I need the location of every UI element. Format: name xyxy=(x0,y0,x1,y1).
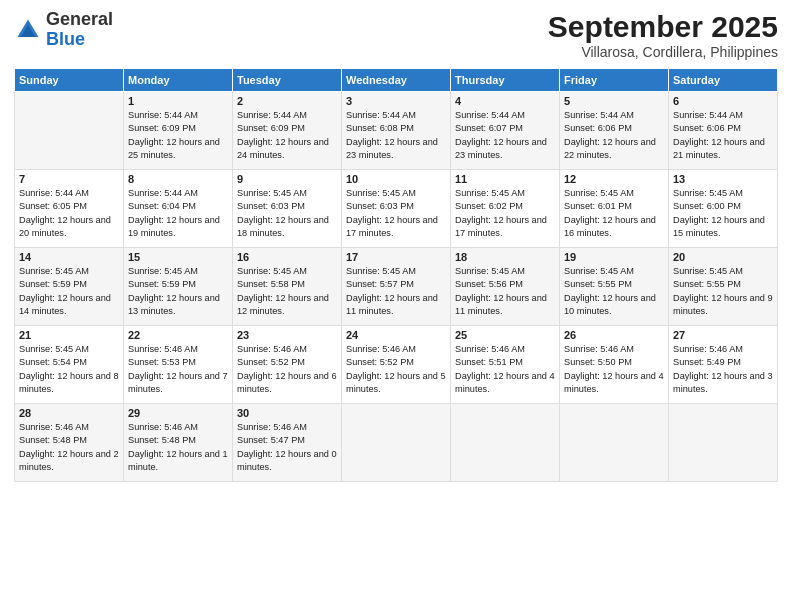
calendar-cell: 8Sunrise: 5:44 AMSunset: 6:04 PMDaylight… xyxy=(124,170,233,248)
day-number: 6 xyxy=(673,95,773,107)
calendar-cell xyxy=(15,92,124,170)
logo-text: General Blue xyxy=(46,10,113,50)
col-monday: Monday xyxy=(124,69,233,92)
day-number: 17 xyxy=(346,251,446,263)
day-number: 4 xyxy=(455,95,555,107)
col-thursday: Thursday xyxy=(451,69,560,92)
logo: General Blue xyxy=(14,10,113,50)
day-number: 24 xyxy=(346,329,446,341)
day-info: Sunrise: 5:45 AMSunset: 5:54 PMDaylight:… xyxy=(19,343,119,396)
day-info: Sunrise: 5:45 AMSunset: 5:57 PMDaylight:… xyxy=(346,265,446,318)
header-row: Sunday Monday Tuesday Wednesday Thursday… xyxy=(15,69,778,92)
day-number: 9 xyxy=(237,173,337,185)
day-number: 13 xyxy=(673,173,773,185)
calendar-cell: 3Sunrise: 5:44 AMSunset: 6:08 PMDaylight… xyxy=(342,92,451,170)
day-number: 5 xyxy=(564,95,664,107)
calendar-cell: 22Sunrise: 5:46 AMSunset: 5:53 PMDayligh… xyxy=(124,326,233,404)
calendar-cell: 9Sunrise: 5:45 AMSunset: 6:03 PMDaylight… xyxy=(233,170,342,248)
day-number: 30 xyxy=(237,407,337,419)
location: Villarosa, Cordillera, Philippines xyxy=(548,44,778,60)
day-number: 16 xyxy=(237,251,337,263)
day-info: Sunrise: 5:46 AMSunset: 5:47 PMDaylight:… xyxy=(237,421,337,474)
month-year: September 2025 xyxy=(548,10,778,44)
calendar-cell: 1Sunrise: 5:44 AMSunset: 6:09 PMDaylight… xyxy=(124,92,233,170)
col-wednesday: Wednesday xyxy=(342,69,451,92)
calendar-week-2: 14Sunrise: 5:45 AMSunset: 5:59 PMDayligh… xyxy=(15,248,778,326)
calendar-cell: 28Sunrise: 5:46 AMSunset: 5:48 PMDayligh… xyxy=(15,404,124,482)
calendar-cell: 25Sunrise: 5:46 AMSunset: 5:51 PMDayligh… xyxy=(451,326,560,404)
col-friday: Friday xyxy=(560,69,669,92)
day-info: Sunrise: 5:44 AMSunset: 6:08 PMDaylight:… xyxy=(346,109,446,162)
day-number: 19 xyxy=(564,251,664,263)
calendar-cell: 15Sunrise: 5:45 AMSunset: 5:59 PMDayligh… xyxy=(124,248,233,326)
calendar-week-3: 21Sunrise: 5:45 AMSunset: 5:54 PMDayligh… xyxy=(15,326,778,404)
day-info: Sunrise: 5:45 AMSunset: 6:01 PMDaylight:… xyxy=(564,187,664,240)
day-number: 22 xyxy=(128,329,228,341)
col-saturday: Saturday xyxy=(669,69,778,92)
day-info: Sunrise: 5:46 AMSunset: 5:53 PMDaylight:… xyxy=(128,343,228,396)
calendar-cell: 6Sunrise: 5:44 AMSunset: 6:06 PMDaylight… xyxy=(669,92,778,170)
day-number: 7 xyxy=(19,173,119,185)
day-info: Sunrise: 5:46 AMSunset: 5:52 PMDaylight:… xyxy=(237,343,337,396)
calendar-week-0: 1Sunrise: 5:44 AMSunset: 6:09 PMDaylight… xyxy=(15,92,778,170)
day-number: 2 xyxy=(237,95,337,107)
calendar-cell xyxy=(560,404,669,482)
day-number: 20 xyxy=(673,251,773,263)
calendar-cell: 26Sunrise: 5:46 AMSunset: 5:50 PMDayligh… xyxy=(560,326,669,404)
day-number: 10 xyxy=(346,173,446,185)
day-number: 18 xyxy=(455,251,555,263)
day-info: Sunrise: 5:45 AMSunset: 5:56 PMDaylight:… xyxy=(455,265,555,318)
col-tuesday: Tuesday xyxy=(233,69,342,92)
logo-icon xyxy=(14,16,42,44)
calendar-cell: 30Sunrise: 5:46 AMSunset: 5:47 PMDayligh… xyxy=(233,404,342,482)
day-number: 14 xyxy=(19,251,119,263)
day-info: Sunrise: 5:45 AMSunset: 6:03 PMDaylight:… xyxy=(346,187,446,240)
day-number: 1 xyxy=(128,95,228,107)
calendar-week-4: 28Sunrise: 5:46 AMSunset: 5:48 PMDayligh… xyxy=(15,404,778,482)
calendar-cell: 18Sunrise: 5:45 AMSunset: 5:56 PMDayligh… xyxy=(451,248,560,326)
header: General Blue September 2025 Villarosa, C… xyxy=(14,10,778,60)
logo-general: General xyxy=(46,9,113,29)
day-number: 3 xyxy=(346,95,446,107)
calendar-cell: 29Sunrise: 5:46 AMSunset: 5:48 PMDayligh… xyxy=(124,404,233,482)
calendar-cell: 11Sunrise: 5:45 AMSunset: 6:02 PMDayligh… xyxy=(451,170,560,248)
day-info: Sunrise: 5:45 AMSunset: 6:02 PMDaylight:… xyxy=(455,187,555,240)
calendar-cell: 24Sunrise: 5:46 AMSunset: 5:52 PMDayligh… xyxy=(342,326,451,404)
calendar-cell: 23Sunrise: 5:46 AMSunset: 5:52 PMDayligh… xyxy=(233,326,342,404)
calendar-cell: 7Sunrise: 5:44 AMSunset: 6:05 PMDaylight… xyxy=(15,170,124,248)
calendar-cell: 20Sunrise: 5:45 AMSunset: 5:55 PMDayligh… xyxy=(669,248,778,326)
logo-blue: Blue xyxy=(46,29,85,49)
day-number: 15 xyxy=(128,251,228,263)
day-number: 11 xyxy=(455,173,555,185)
day-info: Sunrise: 5:46 AMSunset: 5:48 PMDaylight:… xyxy=(128,421,228,474)
day-info: Sunrise: 5:44 AMSunset: 6:09 PMDaylight:… xyxy=(237,109,337,162)
calendar-cell: 2Sunrise: 5:44 AMSunset: 6:09 PMDaylight… xyxy=(233,92,342,170)
col-sunday: Sunday xyxy=(15,69,124,92)
day-info: Sunrise: 5:44 AMSunset: 6:05 PMDaylight:… xyxy=(19,187,119,240)
calendar-cell: 12Sunrise: 5:45 AMSunset: 6:01 PMDayligh… xyxy=(560,170,669,248)
day-info: Sunrise: 5:44 AMSunset: 6:06 PMDaylight:… xyxy=(564,109,664,162)
calendar-cell xyxy=(342,404,451,482)
title-block: September 2025 Villarosa, Cordillera, Ph… xyxy=(548,10,778,60)
day-info: Sunrise: 5:44 AMSunset: 6:06 PMDaylight:… xyxy=(673,109,773,162)
day-info: Sunrise: 5:45 AMSunset: 5:58 PMDaylight:… xyxy=(237,265,337,318)
day-info: Sunrise: 5:46 AMSunset: 5:50 PMDaylight:… xyxy=(564,343,664,396)
day-number: 21 xyxy=(19,329,119,341)
day-info: Sunrise: 5:45 AMSunset: 6:03 PMDaylight:… xyxy=(237,187,337,240)
calendar-cell: 21Sunrise: 5:45 AMSunset: 5:54 PMDayligh… xyxy=(15,326,124,404)
calendar-cell: 5Sunrise: 5:44 AMSunset: 6:06 PMDaylight… xyxy=(560,92,669,170)
calendar-cell: 19Sunrise: 5:45 AMSunset: 5:55 PMDayligh… xyxy=(560,248,669,326)
main-container: General Blue September 2025 Villarosa, C… xyxy=(0,0,792,612)
day-info: Sunrise: 5:44 AMSunset: 6:07 PMDaylight:… xyxy=(455,109,555,162)
calendar-cell: 27Sunrise: 5:46 AMSunset: 5:49 PMDayligh… xyxy=(669,326,778,404)
day-info: Sunrise: 5:45 AMSunset: 6:00 PMDaylight:… xyxy=(673,187,773,240)
day-info: Sunrise: 5:46 AMSunset: 5:49 PMDaylight:… xyxy=(673,343,773,396)
day-number: 8 xyxy=(128,173,228,185)
day-number: 26 xyxy=(564,329,664,341)
day-number: 27 xyxy=(673,329,773,341)
day-info: Sunrise: 5:45 AMSunset: 5:55 PMDaylight:… xyxy=(564,265,664,318)
calendar-cell: 10Sunrise: 5:45 AMSunset: 6:03 PMDayligh… xyxy=(342,170,451,248)
calendar-week-1: 7Sunrise: 5:44 AMSunset: 6:05 PMDaylight… xyxy=(15,170,778,248)
day-number: 23 xyxy=(237,329,337,341)
day-number: 29 xyxy=(128,407,228,419)
